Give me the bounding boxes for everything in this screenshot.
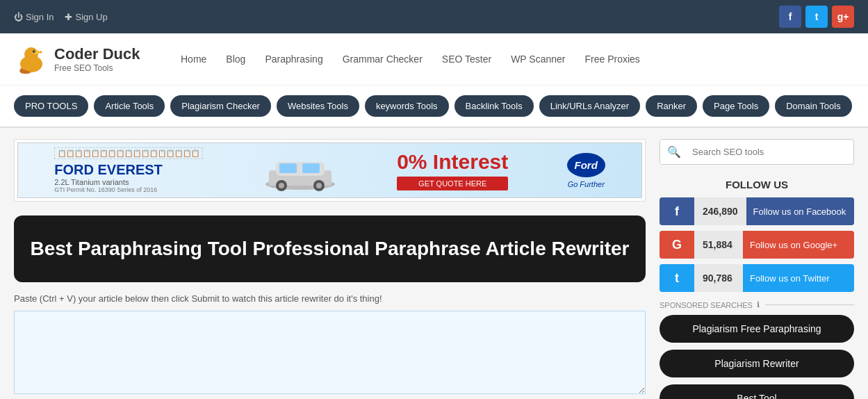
main-nav: Home Blog Paraphrasing Grammar Checker S…: [181, 54, 640, 65]
sidebar: 🔍 FOLLOW US f 246,890 Follow us on Faceb…: [660, 139, 854, 399]
sponsored-header: SPONSORED SEARCHES ℹ: [660, 300, 854, 309]
follow-us-title: FOLLOW US: [660, 179, 854, 190]
sponsored-btn-plagiarism-free[interactable]: Plagiarism Free Paraphrasing: [660, 315, 854, 343]
nav-grammar[interactable]: Grammar Checker: [343, 54, 423, 65]
nav-free-proxies[interactable]: Free Proxies: [584, 54, 639, 65]
ford-logo: Ford: [567, 153, 605, 177]
hero-box: Best Paraphrasing Tool Professional Para…: [14, 215, 646, 282]
search-input[interactable]: [688, 141, 853, 163]
follow-facebook-btn[interactable]: f 246,890 Follow us on Facebook: [660, 197, 854, 225]
facebook-count: 246,890: [694, 197, 746, 225]
twitter-follow-text: Follow us on Twitter: [743, 264, 854, 292]
nav-paraphrasing[interactable]: Paraphrasing: [265, 54, 322, 65]
plus-icon: ✚: [65, 12, 72, 22]
facebook-follow-text: Follow us on Facebook: [746, 197, 854, 225]
top-bar-social: f t g+: [779, 6, 854, 28]
tab-link-urls[interactable]: Link/URLs Analyzer: [539, 95, 640, 117]
ad-inner: 📋📋📋📋📋📋📋📋📋📋📋📋📋📋📋📋📋 FORD EVEREST 2.2L Tita…: [17, 142, 642, 198]
tab-websites-tools[interactable]: Websites Tools: [277, 95, 359, 117]
ad-logo-area: Ford Go Further: [567, 153, 605, 188]
user-icon: ⏻: [14, 12, 23, 22]
nav-home[interactable]: Home: [181, 54, 206, 65]
googleplus-icon: G: [660, 231, 694, 259]
header: Coder Duck Free SEO Tools Home Blog Para…: [0, 33, 868, 86]
logo-text: Coder Duck Free SEO Tools: [54, 45, 140, 73]
googleplus-follow-text: Follow us on Google+: [743, 231, 854, 259]
ad-variant: 2.2L Titanium variants: [54, 178, 203, 186]
ad-car-image: [262, 149, 338, 191]
logo-name: Coder Duck: [54, 45, 140, 63]
tab-ranker[interactable]: Ranker: [646, 95, 697, 117]
twitter-topbar-btn[interactable]: t: [805, 6, 828, 28]
tab-domain-tools[interactable]: Domain Tools: [775, 95, 852, 117]
nav-blog[interactable]: Blog: [226, 54, 245, 65]
ad-cta[interactable]: GET QUOTE HERE: [397, 177, 508, 190]
svg-point-3: [33, 50, 35, 53]
tab-backlink-tools[interactable]: Backlink Tools: [455, 95, 534, 117]
tab-plagiarism-checker[interactable]: Plagiarism Checker: [170, 95, 271, 117]
nav-seo-tester[interactable]: SEO Tester: [442, 54, 491, 65]
tool-tabs: PRO TOOLS Article Tools Plagiarism Check…: [0, 86, 868, 128]
top-bar-left: ⏻ Sign In ✚ Sign Up: [14, 12, 108, 22]
googleplus-topbar-btn[interactable]: g+: [832, 6, 854, 28]
twitter-icon: t: [660, 264, 694, 292]
tab-keywords-tools[interactable]: keywords Tools: [365, 95, 449, 117]
main-col: 📋📋📋📋📋📋📋📋📋📋📋📋📋📋📋📋📋 FORD EVEREST 2.2L Tita…: [14, 139, 660, 399]
facebook-icon: f: [660, 197, 694, 225]
svg-point-12: [279, 183, 284, 188]
signin-link[interactable]: ⏻ Sign In: [14, 12, 54, 22]
article-textarea[interactable]: [14, 311, 646, 394]
sponsored-btn-plagiarism-rewriter[interactable]: Plagiarism Rewriter: [660, 350, 854, 377]
tab-pro-tools[interactable]: PRO TOOLS: [14, 95, 88, 117]
sponsored-label: SPONSORED SEARCHES: [660, 301, 753, 309]
logo-sub: Free SEO Tools: [54, 63, 140, 73]
logo-icon: [14, 42, 49, 76]
nav-wp-scanner[interactable]: WP Scanner: [511, 54, 565, 65]
follow-twitter-btn[interactable]: t 90,786 Follow us on Twitter: [660, 264, 854, 292]
tab-article-tools[interactable]: Article Tools: [94, 95, 165, 117]
follow-googleplus-btn[interactable]: G 51,884 Follow us on Google+: [660, 231, 854, 259]
top-bar: ⏻ Sign In ✚ Sign Up f t g+: [0, 0, 868, 33]
ad-banner: 📋📋📋📋📋📋📋📋📋📋📋📋📋📋📋📋📋 FORD EVEREST 2.2L Tita…: [14, 139, 646, 202]
googleplus-count: 51,884: [694, 231, 743, 259]
hero-title: Best Paraphrasing Tool Professional Para…: [28, 236, 632, 261]
ad-brand-text: 📋📋📋📋📋📋📋📋📋📋📋📋📋📋📋📋📋 FORD EVEREST 2.2L Tita…: [54, 147, 203, 193]
tab-page-tools[interactable]: Page Tools: [703, 95, 769, 117]
svg-point-14: [316, 183, 322, 188]
content-area: 📋📋📋📋📋📋📋📋📋📋📋📋📋📋📋📋📋 FORD EVEREST 2.2L Tita…: [0, 128, 868, 399]
sponsored-btn-best-tool[interactable]: Best Tool: [660, 384, 854, 399]
signup-link[interactable]: ✚ Sign Up: [65, 12, 107, 22]
search-box: 🔍: [660, 139, 854, 165]
follow-us-section: FOLLOW US f 246,890 Follow us on Faceboo…: [660, 179, 854, 292]
logo-area: Coder Duck Free SEO Tools: [14, 42, 153, 76]
twitter-count: 90,786: [694, 264, 743, 292]
svg-rect-10: [302, 163, 320, 173]
facebook-topbar-btn[interactable]: f: [779, 6, 801, 28]
ad-brand: FORD EVEREST: [54, 162, 203, 178]
ad-tagline: Go Further: [568, 180, 605, 188]
svg-rect-9: [279, 163, 297, 173]
instruction-text: Paste (Ctrl + V) your article below then…: [14, 293, 646, 304]
svg-point-4: [34, 51, 35, 51]
sponsored-section: SPONSORED SEARCHES ℹ Plagiarism Free Par…: [660, 300, 854, 399]
ad-offer: 0% Interest GET QUOTE HERE: [397, 150, 508, 190]
info-icon[interactable]: ℹ: [757, 300, 760, 309]
search-icon: 🔍: [660, 140, 688, 164]
